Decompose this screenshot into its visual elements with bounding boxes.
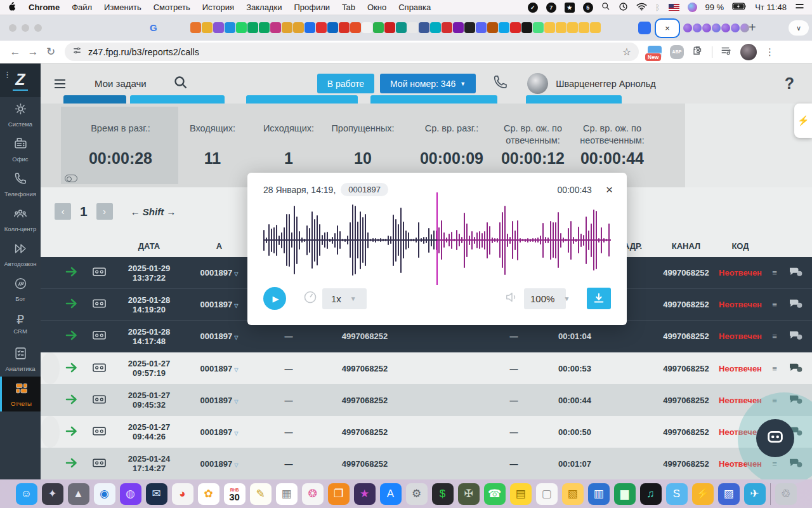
tab-search-button[interactable]: ∨ [789, 20, 809, 36]
url-text[interactable]: z47.fpg.ru/b3/reports2/calls [88, 47, 622, 57]
chat-icon[interactable] [782, 298, 809, 311]
tab-favicon[interactable] [702, 23, 711, 32]
sidebar-item-system[interactable]: Система [0, 97, 41, 132]
search-icon[interactable] [173, 75, 188, 93]
dock-icon[interactable]: ☎ [484, 483, 506, 505]
chrome-menu-icon[interactable]: ⋮ [765, 46, 775, 58]
cell-a-number[interactable]: 0001897▽ [185, 268, 254, 277]
pinned-tab[interactable] [327, 22, 338, 33]
dock-calendar[interactable]: ЯНВ30 [224, 483, 246, 505]
dock-icon[interactable]: ▨ [718, 483, 740, 505]
profile-avatar[interactable] [740, 44, 757, 60]
pinned-tab[interactable] [384, 22, 395, 33]
row-menu-icon[interactable]: ≡ [768, 268, 782, 277]
timemachine-icon[interactable] [619, 2, 628, 13]
pinned-tab[interactable] [304, 22, 315, 33]
status-shazam-icon[interactable]: 5 [583, 3, 593, 13]
pinned-tab[interactable] [442, 22, 452, 33]
pinned-tab[interactable] [247, 22, 258, 33]
pinned-tab[interactable] [533, 22, 544, 33]
pinned-tab[interactable] [236, 22, 247, 33]
sidebar-item-reports[interactable]: Отчеты [0, 377, 41, 411]
chat-icon[interactable] [782, 362, 809, 375]
waveform[interactable] [263, 201, 611, 279]
dock-icon[interactable]: ▦ [276, 483, 298, 505]
user-avatar[interactable] [527, 73, 548, 94]
menu-item[interactable]: Файл [72, 3, 92, 12]
pinned-tab[interactable] [499, 22, 509, 33]
sidebar-item-crm[interactable]: ₽CRM [0, 307, 41, 342]
url-bar[interactable]: z47.fpg.ru/b3/reports2/calls ☆ [65, 43, 639, 61]
menu-item[interactable]: Закладки [246, 3, 282, 12]
dock-icon[interactable]: ★ [354, 483, 376, 505]
active-tab[interactable]: × [655, 18, 680, 38]
menu-item[interactable]: Профили [294, 3, 330, 12]
tab-favicon[interactable] [683, 23, 692, 32]
hamburger-menu-icon[interactable] [55, 79, 65, 88]
phone-icon[interactable] [492, 74, 509, 93]
recording-icon[interactable] [85, 394, 114, 406]
table-row[interactable]: 2025-01-24 17:14:27 0001897▽ — 499706825… [41, 448, 812, 479]
row-menu-icon[interactable]: ≡ [768, 364, 782, 373]
dock-icon[interactable]: A [380, 483, 402, 505]
overflow-tabs[interactable] [683, 23, 749, 32]
pinned-tab[interactable] [476, 22, 487, 33]
tab-favicon[interactable] [740, 23, 749, 32]
keyboard-layout-flag[interactable] [669, 4, 679, 11]
pinned-tab[interactable] [373, 22, 384, 33]
column-header[interactable]: А [185, 241, 254, 251]
dock-icon[interactable]: ✉ [146, 483, 167, 505]
extension-new-icon[interactable]: New [648, 46, 662, 58]
site-settings-icon[interactable] [72, 46, 82, 58]
forward-button[interactable]: → [24, 43, 42, 61]
dock-icon[interactable]: ▆ [614, 483, 636, 505]
pinned-tab[interactable] [544, 22, 555, 33]
row-menu-icon[interactable]: ≡ [768, 331, 782, 341]
dock-icon[interactable]: ⚙ [406, 483, 428, 505]
sidebar-item-bot[interactable]: Бот [0, 272, 41, 307]
pinned-tab[interactable] [487, 22, 498, 33]
pinned-tab[interactable] [453, 22, 464, 33]
cell-a-number[interactable]: 0001897▽ [185, 427, 254, 437]
dock-icon[interactable]: ◍ [120, 483, 141, 505]
dock-icon[interactable]: ▤ [510, 483, 532, 505]
dock-icon[interactable]: ◕ [172, 483, 193, 505]
column-header[interactable]: ДАТА [114, 241, 185, 251]
app-logo[interactable]: ⋮ Z [0, 64, 41, 97]
pinned-tab[interactable] [190, 22, 201, 33]
pinned-tab[interactable] [362, 22, 372, 33]
download-button[interactable] [587, 288, 611, 309]
pinned-tab[interactable] [213, 22, 224, 33]
sidebar-item-autodial[interactable]: Автодозвон [0, 237, 41, 272]
pinned-tab[interactable] [556, 22, 566, 33]
menu-item[interactable]: Chrome [29, 3, 60, 12]
table-row[interactable]: 2025-01-27 09:45:32 0001897▽ — 499706825… [41, 384, 812, 416]
scrolled-tab[interactable] [526, 95, 622, 104]
dock-icon[interactable]: ☺ [16, 483, 37, 505]
wifi-icon[interactable] [636, 3, 647, 13]
volume-select[interactable]: 100%▼ [524, 288, 566, 309]
pinned-tab[interactable] [259, 22, 270, 33]
window-controls[interactable] [9, 24, 42, 32]
pinned-tab[interactable] [350, 22, 361, 33]
spotlight-icon[interactable] [601, 2, 610, 13]
pinned-tab[interactable] [579, 22, 589, 33]
dock-icon[interactable]: ▧ [562, 483, 584, 505]
menubar-clock[interactable]: Чт 11:48 [755, 3, 787, 12]
stats-toggle[interactable] [65, 175, 77, 182]
help-button[interactable]: ? [785, 74, 794, 93]
tab-favicon[interactable] [712, 23, 721, 32]
dock-icon[interactable]: ✦ [42, 483, 63, 505]
chat-icon[interactable] [782, 330, 809, 343]
extensions-puzzle-icon[interactable] [692, 45, 704, 59]
playhead-cursor[interactable] [436, 192, 438, 285]
sidebar-item-callcenter[interactable]: Колл-центр [0, 202, 41, 237]
pinned-tab[interactable] [270, 22, 281, 33]
scrolled-tab[interactable] [370, 95, 497, 104]
status-check-icon[interactable]: ✓ [528, 3, 538, 13]
siri-icon[interactable] [688, 3, 697, 12]
pinned-tab[interactable] [567, 22, 578, 33]
tab-google[interactable]: G [150, 22, 157, 33]
menu-item[interactable]: Справка [398, 3, 431, 12]
recording-icon[interactable] [85, 458, 114, 470]
